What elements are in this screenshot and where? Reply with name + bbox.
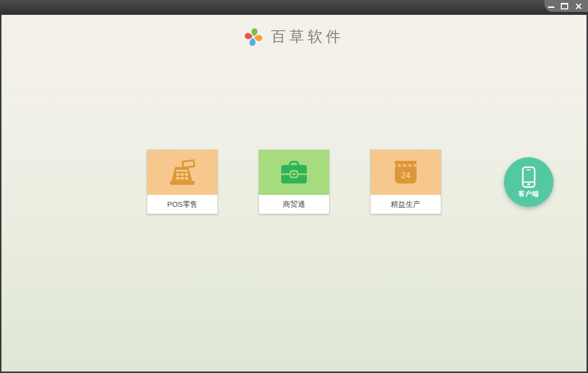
card-label: 商贸通	[259, 195, 329, 214]
product-card-lean[interactable]: 24 精益生产	[370, 149, 441, 214]
card-icon-area: 24	[371, 150, 441, 195]
card-icon-area	[259, 150, 329, 195]
smartphone-icon	[522, 166, 536, 188]
logo-header: 百草软件	[1, 15, 587, 47]
card-icon-area	[147, 150, 217, 195]
titlebar-controls: ×	[545, 0, 588, 12]
briefcase-icon	[280, 160, 308, 185]
product-card-pos[interactable]: POS零售	[147, 149, 218, 214]
pinwheel-logo-icon	[244, 28, 263, 47]
card-label: POS零售	[147, 195, 217, 214]
calendar-day-number: 24	[401, 171, 411, 180]
close-button[interactable]: ×	[575, 1, 583, 10]
app-window: × 百草软件	[0, 0, 588, 373]
titlebar[interactable]: ×	[0, 0, 588, 15]
maximize-icon	[561, 3, 568, 9]
close-icon: ×	[575, 1, 583, 10]
product-card-trade[interactable]: 商贸通	[258, 149, 330, 214]
maximize-button[interactable]	[561, 1, 568, 10]
cash-register-icon	[168, 159, 197, 186]
card-label: 精益生产	[371, 195, 441, 214]
minimize-button[interactable]	[548, 1, 554, 10]
minimize-icon	[548, 6, 554, 8]
main-content: 百草软件 POS零售	[1, 15, 587, 372]
app-title: 百草软件	[271, 27, 344, 47]
client-app-button[interactable]: 客户端	[504, 157, 553, 207]
calendar-icon: 24	[394, 160, 417, 185]
client-button-label: 客户端	[518, 189, 539, 198]
